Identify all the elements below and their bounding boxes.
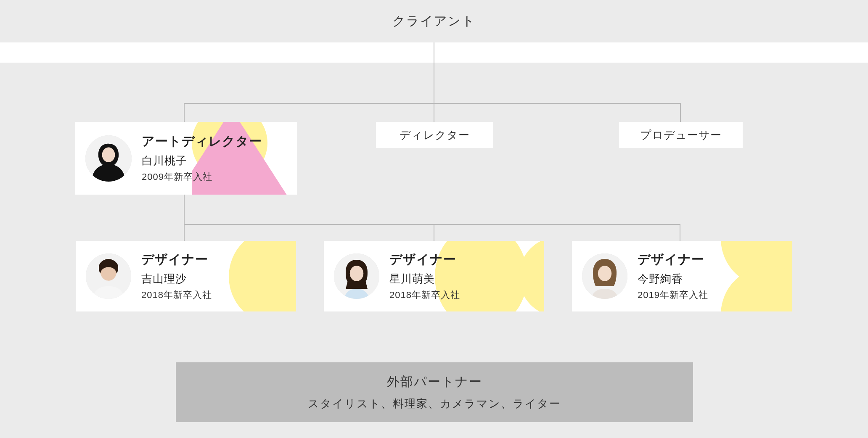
avatar bbox=[582, 253, 627, 299]
partner-title: 外部パートナー bbox=[176, 373, 693, 391]
card-art-director: アートディレクター 白川桃子 2009年新卒入社 bbox=[75, 122, 297, 195]
box-director: ディレクター bbox=[376, 122, 493, 148]
box-producer: プロデューサー bbox=[619, 122, 743, 148]
connector-line bbox=[184, 103, 681, 104]
join-year: 2018年新卒入社 bbox=[389, 289, 460, 301]
person-name: 星川萌美 bbox=[389, 272, 460, 286]
join-year: 2009年新卒入社 bbox=[142, 171, 262, 183]
svg-point-6 bbox=[350, 266, 363, 281]
person-name: 今野絢香 bbox=[638, 272, 708, 286]
role-label: デザイナー bbox=[389, 251, 460, 268]
org-chart: クライアント アートディレクター 白川桃子 2009年新卒入社 ディレクター プ… bbox=[0, 0, 868, 438]
connector-line bbox=[184, 224, 680, 225]
connector-line bbox=[434, 224, 434, 241]
card-designer-1: デザイナー 吉山理沙 2018年新卒入社 bbox=[76, 241, 296, 311]
connector-line bbox=[434, 42, 434, 103]
connector-line bbox=[434, 103, 434, 122]
role-label: デザイナー bbox=[638, 251, 708, 268]
external-partner-box: 外部パートナー スタイリスト、料理家、カメラマン、ライター bbox=[176, 362, 693, 422]
person-name: 吉山理沙 bbox=[141, 272, 212, 286]
svg-point-8 bbox=[598, 266, 611, 281]
connector-line bbox=[680, 103, 681, 122]
role-label: ディレクター bbox=[400, 128, 470, 142]
avatar bbox=[334, 253, 379, 299]
card-designer-2: デザイナー 星川萌美 2018年新卒入社 bbox=[324, 241, 544, 311]
join-year: 2018年新卒入社 bbox=[141, 289, 212, 301]
svg-point-2 bbox=[102, 148, 115, 162]
client-label: クライアント bbox=[0, 13, 868, 30]
person-name: 白川桃子 bbox=[142, 153, 262, 168]
decoration-circle bbox=[721, 266, 792, 311]
join-year: 2019年新卒入社 bbox=[638, 289, 708, 301]
decoration-circle bbox=[229, 241, 296, 311]
partner-subtitle: スタイリスト、料理家、カメラマン、ライター bbox=[176, 396, 693, 411]
avatar bbox=[86, 253, 131, 299]
role-label: プロデューサー bbox=[640, 128, 722, 142]
card-designer-3: デザイナー 今野絢香 2019年新卒入社 bbox=[572, 241, 792, 311]
connector-line bbox=[184, 103, 185, 122]
connector-line bbox=[184, 195, 185, 224]
decoration-circle bbox=[519, 241, 544, 311]
connector-line bbox=[680, 224, 680, 241]
role-label: デザイナー bbox=[141, 251, 212, 268]
role-label: アートディレクター bbox=[142, 133, 262, 150]
connector-line bbox=[184, 224, 185, 241]
avatar bbox=[85, 135, 132, 182]
